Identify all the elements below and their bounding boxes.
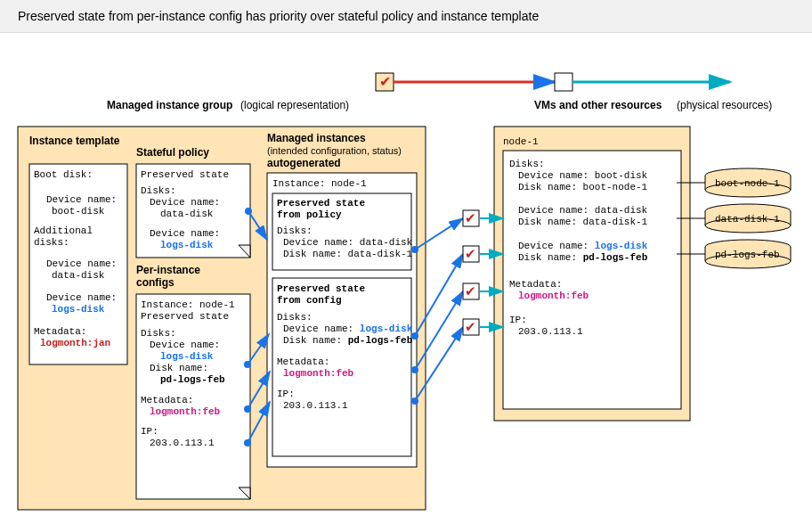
pi1: Instance: node-1 bbox=[141, 299, 235, 310]
n9: logmonth:feb bbox=[518, 291, 589, 301]
pd2: Device name: data-disk bbox=[283, 237, 413, 248]
check-icon: ✔ bbox=[379, 74, 391, 89]
n3: Disk name: boot-node-1 bbox=[518, 182, 648, 192]
pi11: 203.0.113.1 bbox=[150, 438, 215, 448]
n5: Disk name: data-disk-1 bbox=[518, 217, 648, 227]
template-header: Instance template bbox=[29, 135, 120, 147]
n10: IP: bbox=[509, 315, 527, 325]
mi3: autogenerated bbox=[267, 157, 341, 169]
disk-cylinder-3: pd-logs-feb bbox=[705, 240, 791, 268]
vms-label: VMs and other resources bbox=[534, 99, 662, 111]
pi9: logmonth:feb bbox=[150, 406, 221, 417]
disk-cylinder-2: data-disk-1 bbox=[705, 204, 791, 233]
n4: Device name: data-disk bbox=[518, 205, 648, 216]
pi8: Metadata: bbox=[141, 395, 193, 405]
svg-text:✔: ✔ bbox=[465, 210, 476, 225]
t5: Device name: bbox=[46, 258, 117, 269]
t8: logs-disk bbox=[52, 304, 105, 315]
pi4: Device name: bbox=[150, 340, 220, 350]
p4: data-disk bbox=[160, 209, 214, 219]
t2: Device name: bbox=[46, 194, 117, 205]
pd3: Disk name: data-disk-1 bbox=[283, 249, 413, 259]
p6: logs-disk bbox=[160, 240, 214, 250]
mi1: Managed instances bbox=[267, 132, 366, 144]
n2: Device name: boot-disk bbox=[518, 170, 648, 181]
cm2: logmonth:feb bbox=[283, 368, 354, 379]
t1: Boot disk: bbox=[34, 169, 93, 180]
ci1: IP: bbox=[277, 389, 295, 399]
p2: Disks: bbox=[141, 185, 176, 196]
disk3: pd-logs-feb bbox=[715, 250, 780, 260]
n11: 203.0.113.1 bbox=[518, 326, 583, 337]
svg-text:✔: ✔ bbox=[465, 246, 476, 261]
svg-text:✔: ✔ bbox=[465, 319, 476, 334]
p1: Preserved state bbox=[141, 169, 229, 180]
inst-title: Instance: node-1 bbox=[272, 178, 367, 189]
pi3: Disks: bbox=[141, 328, 176, 339]
cd1: Disks: bbox=[277, 312, 313, 323]
vms-label2: (physical resources) bbox=[677, 99, 772, 111]
disk2: data-disk-1 bbox=[715, 214, 780, 225]
svg-rect-2 bbox=[555, 73, 572, 91]
t6: data-disk bbox=[52, 270, 105, 281]
mig-label: Managed instance group bbox=[107, 99, 232, 111]
page-header: Preserved state from per-instance config… bbox=[0, 0, 812, 33]
node-title: node-1 bbox=[503, 136, 539, 147]
p3: Device name: bbox=[150, 197, 220, 208]
disk1: boot-node-1 bbox=[715, 178, 780, 189]
svg-text:Device name: logs-disk: Device name: logs-disk bbox=[518, 241, 648, 251]
cm1: Metadata: bbox=[277, 356, 329, 367]
diagram: ✔ Managed instance group (logical repres… bbox=[0, 33, 812, 523]
t3: boot-disk bbox=[52, 206, 105, 217]
svg-text:Disk name: pd-logs-feb: Disk name: pd-logs-feb bbox=[283, 335, 413, 346]
t10: logmonth:jan bbox=[40, 338, 110, 348]
t7: Device name: bbox=[46, 292, 117, 303]
disk-cylinder-1: boot-node-1 bbox=[705, 168, 791, 197]
svg-text:Disk name: pd-logs-feb: Disk name: pd-logs-feb bbox=[518, 252, 648, 263]
policy-header: Stateful policy bbox=[136, 146, 209, 159]
svg-text:Device name: logs-disk: Device name: logs-disk bbox=[283, 323, 413, 334]
p5: Device name: bbox=[150, 228, 220, 239]
pi7: pd-logs-feb bbox=[160, 374, 225, 385]
pi10: IP: bbox=[141, 426, 158, 437]
pi5: logs-disk bbox=[160, 351, 214, 362]
n8: Metadata: bbox=[509, 279, 562, 290]
n1: Disks: bbox=[509, 159, 545, 169]
ci2: 203.0.113.1 bbox=[283, 400, 348, 411]
pd1: Disks: bbox=[277, 225, 313, 236]
mig-label2: (logical representation) bbox=[240, 99, 349, 111]
pi6: Disk name: bbox=[150, 363, 208, 373]
t9: Metadata: bbox=[34, 326, 86, 337]
pi2: Preserved state bbox=[141, 311, 229, 322]
header-text: Preserved state from per-instance config… bbox=[18, 9, 539, 23]
mi2: (intended configuration, status) bbox=[267, 145, 402, 156]
svg-text:✔: ✔ bbox=[465, 283, 476, 299]
